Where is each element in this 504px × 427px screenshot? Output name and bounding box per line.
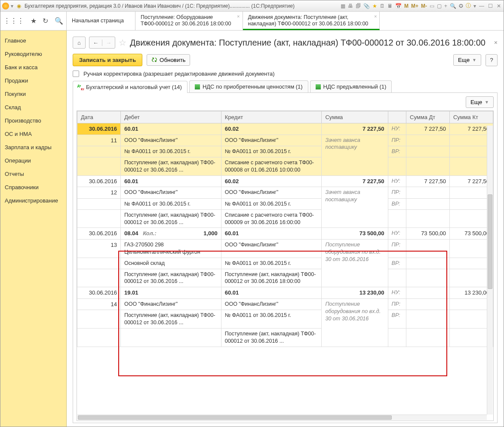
tool-icon[interactable]: 🗐 [356,3,361,9]
grid-row-head[interactable]: 30.06.201660.0160.027 227,50НУ:7 227,507… [77,123,493,135]
grid-row-detail[interactable]: 11ООО "ФинансЛизинг"ООО "ФинансЛизинг"За… [77,135,493,146]
tool-icon[interactable]: ▭ [430,3,434,9]
subtab-nds-acquired[interactable]: НДС по приобретенным ценностям (1) [189,80,308,92]
tab-movements[interactable]: Движения документа: Поступление (акт, на… [243,12,380,30]
sidebar-item-salary[interactable]: Зарплата и кадры [0,141,66,154]
col-date[interactable]: Дата [77,111,121,123]
history-icon[interactable]: ↻ [43,17,48,25]
more-button[interactable]: Еще ▼ [453,54,481,66]
close-button[interactable]: ✕ [496,3,502,9]
grid-row-detail[interactable]: № ФА0011 от 30.06.2015 г.№ ФА0011 от 30.… [77,146,493,157]
col-sdt[interactable]: Сумма Дт [406,111,450,123]
sidebar-item-sales[interactable]: Продажи [0,74,66,87]
grid-row-detail[interactable]: Поступление (акт, накладная) ТФ00-000012… [77,209,493,228]
grid-more-button[interactable]: Еще ▼ [466,96,494,108]
vertical-scrollbar[interactable] [487,126,493,415]
grid-row-head[interactable]: 30.06.201608.04 Кол.: 1,00060.0173 500,0… [77,228,493,240]
grid-row-detail[interactable]: Поступление (акт, накладная) ТФ00-000012… [77,310,493,329]
help-button[interactable]: ? [486,54,498,66]
grid-row-detail[interactable]: 14ООО "ФинансЛизинг"ООО "ФинансЛизинг"По… [77,298,493,310]
page-close-icon[interactable]: × [494,39,498,46]
tab-label: Поступление: Оборудование [141,14,231,21]
forward-icon[interactable]: → [102,40,115,46]
save-close-button[interactable]: Записать и закрыть [73,54,142,66]
cell-empty [77,269,121,287]
search-icon[interactable]: 🔍 [55,17,63,25]
sidebar-item-production[interactable]: Производство [0,114,66,127]
nav-down-icon[interactable]: ▾ [11,3,16,9]
tool-icon[interactable]: + [444,3,447,9]
search-icon[interactable]: 🔍 [450,3,456,9]
tool-icon[interactable]: Ⓘ [466,2,471,9]
sidebar-item-refs[interactable]: Справочники [0,181,66,194]
mplus-button[interactable]: M+ [411,3,418,9]
scroll-thumb[interactable] [488,194,492,289]
m-button[interactable]: M [404,3,409,9]
star-icon[interactable]: ★ [372,3,377,9]
grid-row-detail[interactable]: Основной склад№ ФА0011 от 30.06.2015 г.В… [77,258,493,269]
grid-row-head[interactable]: 30.06.201660.0160.027 227,50НУ:7 227,507… [77,175,493,187]
sidebar-item-reports[interactable]: Отчеты [0,167,66,181]
dtk-icon [78,85,83,90]
col-tag[interactable] [388,111,406,123]
subtab-accounting[interactable]: Бухгалтерский и налоговый учет (14) [73,81,187,93]
calendar-icon[interactable]: 📅 [395,3,402,9]
manual-edit-checkbox[interactable] [73,71,79,77]
calc-icon[interactable]: 🖩 [387,3,393,9]
tool-icon[interactable]: ▦ [341,3,345,9]
tool-icon[interactable]: 📎 [363,3,370,9]
navback-forward[interactable]: ← → [89,37,115,49]
cell-credit-line: ООО "ФинансЛизинг" [221,135,322,146]
scroll-thumb[interactable] [78,415,392,420]
favorite-icon[interactable]: ★ [31,17,37,25]
tool-icon[interactable]: ▢ [437,3,442,9]
home-button[interactable]: ⌂ [73,37,86,49]
more-label: Еще [470,99,482,105]
grid-row-detail[interactable]: № ФА0011 от 30.06.2015 г.№ ФА0011 от 30.… [77,198,493,209]
col-skt[interactable]: Сумма Кт [449,111,493,123]
col-credit[interactable]: Кредит [221,111,322,123]
sidebar-item-manager[interactable]: Руководителю [0,47,66,61]
sidebar-item-ops[interactable]: Операции [0,154,66,167]
cell-desc: Поступление оборудования по вх.д. 30 от … [322,239,388,287]
minimize-button[interactable]: — [479,3,485,9]
col-debit[interactable]: Дебет [120,111,221,123]
sidebar-item-bank[interactable]: Банк и касса [0,61,66,74]
tab-postup[interactable]: Поступление: Оборудование ТФ00-000012 от… [135,12,243,30]
tab-home[interactable]: Начальная страница [67,12,135,30]
mminus-button[interactable]: M- [421,3,427,9]
subtab-nds-presented[interactable]: НДС предъявленный (1) [310,80,392,92]
grid-row-detail[interactable]: Поступление (акт, накладная) ТФ00-000012… [77,329,493,347]
sidebar-item-admin[interactable]: Администрирование [0,194,66,207]
cell-tag: ВР: [388,146,406,157]
cell-desc: Поступление оборудования по вх.д. 30 от … [322,298,388,347]
sidebar-item-purchases[interactable]: Покупки [0,87,66,101]
cell-empty [77,310,121,329]
grid-row-head[interactable]: 30.06.201619.0160.0113 230,00НУ:13 230,0… [77,287,493,299]
apps-icon[interactable]: ⋮⋮⋮ [3,17,24,25]
col-sum[interactable]: Сумма [322,111,388,123]
window-title: Бухгалтерия предприятия, редакция 3.0 / … [25,3,295,9]
cell-credit-line: Списание с расчетного счета ТФ00-000008 … [221,157,322,175]
tab-close-icon[interactable]: × [374,13,377,20]
grid-row-detail[interactable]: 12ООО "ФинансЛизинг"ООО "ФинансЛизинг"За… [77,187,493,199]
tool-dd-icon[interactable]: ▾ [473,3,476,9]
sidebar-item-warehouse[interactable]: Склад [0,101,66,114]
sidebar-item-assets[interactable]: ОС и НМА [0,127,66,141]
tool-icon[interactable]: 🗓 [380,3,385,9]
grid-row-detail[interactable]: Поступление (акт, накладная) ТФ00-000012… [77,269,493,287]
maximize-button[interactable]: ☐ [487,3,493,9]
subtabs: Бухгалтерский и налоговый учет (14) НДС … [73,80,498,93]
horizontal-scrollbar[interactable] [77,415,487,420]
cell-debit-line [120,329,221,347]
tool-icon[interactable]: ✪ [459,3,463,9]
tab-close-icon[interactable]: × [237,13,240,20]
nav-disc-icon[interactable]: ◉ [17,3,22,9]
refresh-button[interactable]: 🗘 Обновить [147,54,190,66]
tool-icon[interactable]: 🖶 [348,3,353,9]
grid-row-detail[interactable]: Поступление (акт, накладная) ТФ00-000012… [77,157,493,175]
sidebar-item-main[interactable]: Главное [0,34,66,47]
back-icon[interactable]: ← [89,40,102,46]
fav-icon[interactable]: ☆ [119,37,126,48]
grid-row-detail[interactable]: 13ГАЗ-270500 298 Цельнометаллический фур… [77,239,493,258]
